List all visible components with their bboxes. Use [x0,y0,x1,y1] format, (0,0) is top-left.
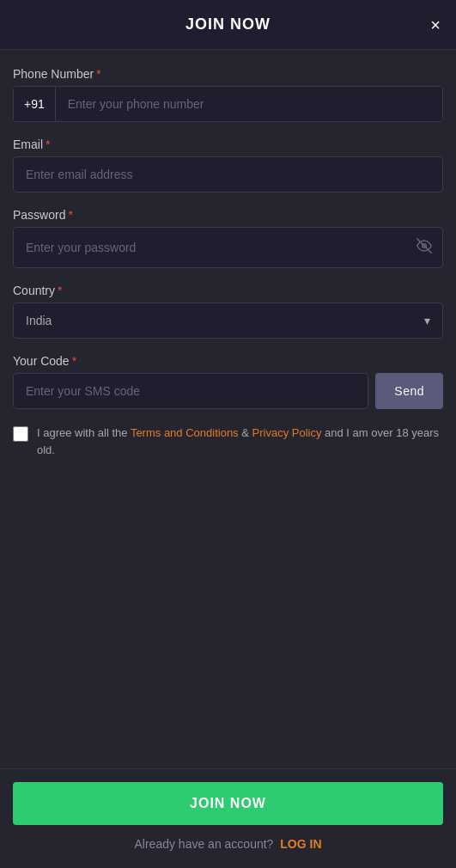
phone-prefix: +91 [14,87,56,121]
close-button[interactable]: × [430,16,441,34]
email-group: Email* [13,138,443,193]
password-input[interactable] [14,230,406,265]
country-group: Country* India United States United King… [13,284,443,339]
country-select[interactable]: India United States United Kingdom Austr… [14,303,442,338]
email-label: Email* [13,138,443,151]
password-group: Password* [13,208,443,268]
phone-number-label: Phone Number* [13,67,443,81]
required-star: * [58,284,62,297]
terms-checkbox[interactable] [13,426,28,442]
modal-header: JOIN NOW × [0,0,456,50]
modal-container: JOIN NOW × Phone Number* +91 Email* Pass… [0,0,456,868]
email-input[interactable] [13,156,443,193]
country-select-wrapper: India United States United Kingdom Austr… [13,303,443,339]
join-now-button[interactable]: JOIN NOW [13,782,443,825]
login-row: Already have an account? LOG IN [13,837,443,851]
send-sms-button[interactable]: Send [375,373,443,409]
required-star: * [72,354,76,368]
password-label: Password* [13,208,443,222]
already-account-text: Already have an account? [134,837,273,851]
login-link[interactable]: LOG IN [280,837,321,851]
country-label: Country* [13,284,443,297]
privacy-link[interactable]: Privacy Policy [252,426,322,439]
terms-row: I agree with all the Terms and Condition… [13,425,443,458]
required-star: * [46,138,50,151]
eye-icon [416,238,432,254]
required-star: * [68,208,72,222]
required-star: * [96,67,100,81]
password-wrapper [13,227,443,268]
form-content: Phone Number* +91 Email* Password* [0,50,456,768]
phone-input-wrapper: +91 [13,86,443,122]
your-code-group: Your Code* Send [13,354,443,409]
modal-title: JOIN NOW [185,15,271,34]
bottom-section: JOIN NOW Already have an account? LOG IN [0,768,456,868]
phone-number-input[interactable] [56,87,442,121]
toggle-password-button[interactable] [406,228,442,267]
terms-link[interactable]: Terms and Conditions [131,426,239,439]
sms-row: Send [13,373,443,409]
phone-number-group: Phone Number* +91 [13,67,443,122]
terms-text: I agree with all the Terms and Condition… [37,425,443,458]
sms-code-input[interactable] [13,373,368,409]
your-code-label: Your Code* [13,354,443,368]
